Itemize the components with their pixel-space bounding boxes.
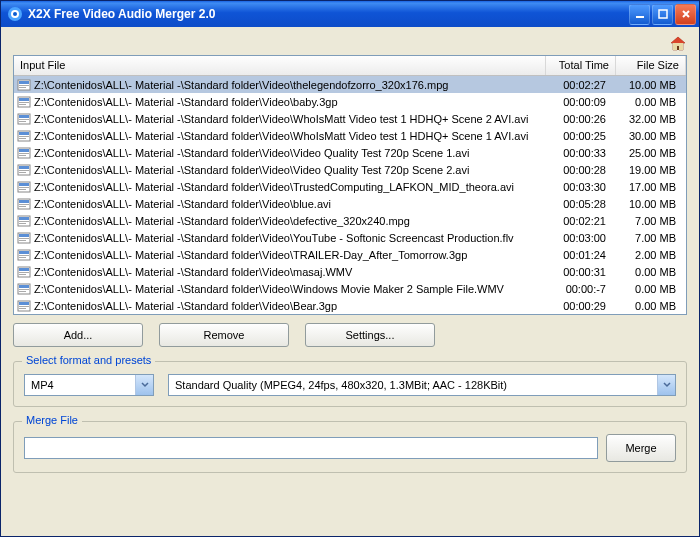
video-file-icon <box>17 146 31 160</box>
svg-rect-13 <box>19 102 29 103</box>
col-header-size[interactable]: File Size <box>616 56 686 75</box>
col-header-file[interactable]: Input File <box>14 56 546 75</box>
preset-select[interactable]: Standard Quality (MPEG4, 24fps, 480x320,… <box>168 374 676 396</box>
file-size: 17.00 MB <box>616 181 686 193</box>
svg-rect-24 <box>19 149 29 152</box>
remove-button[interactable]: Remove <box>159 323 289 347</box>
table-row[interactable]: Z:\Contenidos\ALL\- Material -\Standard … <box>14 110 686 127</box>
file-time: 00:03:00 <box>546 232 616 244</box>
svg-rect-22 <box>19 138 26 139</box>
merge-group: Merge File Merge <box>13 421 687 473</box>
output-path-field[interactable] <box>24 437 598 459</box>
file-size: 7.00 MB <box>616 232 686 244</box>
svg-rect-16 <box>19 115 29 118</box>
video-file-icon <box>17 95 31 109</box>
add-button[interactable]: Add... <box>13 323 143 347</box>
file-time: 00:03:30 <box>546 181 616 193</box>
video-file-icon <box>17 282 31 296</box>
file-time: 00:00:28 <box>546 164 616 176</box>
file-path: Z:\Contenidos\ALL\- Material -\Standard … <box>34 283 504 295</box>
svg-rect-10 <box>19 87 26 88</box>
file-time: 00:00:26 <box>546 113 616 125</box>
file-path: Z:\Contenidos\ALL\- Material -\Standard … <box>34 79 448 91</box>
close-button[interactable] <box>675 4 696 25</box>
svg-rect-54 <box>19 274 26 275</box>
table-row[interactable]: Z:\Contenidos\ALL\- Material -\Standard … <box>14 93 686 110</box>
table-row[interactable]: Z:\Contenidos\ALL\- Material -\Standard … <box>14 76 686 93</box>
video-file-icon <box>17 214 31 228</box>
svg-rect-61 <box>19 306 29 307</box>
file-size: 0.00 MB <box>616 300 686 312</box>
video-file-icon <box>17 129 31 143</box>
file-path: Z:\Contenidos\ALL\- Material -\Standard … <box>34 130 528 142</box>
table-row[interactable]: Z:\Contenidos\ALL\- Material -\Standard … <box>14 178 686 195</box>
svg-rect-38 <box>19 206 26 207</box>
svg-rect-12 <box>19 98 29 101</box>
file-path: Z:\Contenidos\ALL\- Material -\Standard … <box>34 164 469 176</box>
svg-rect-40 <box>19 217 29 220</box>
video-file-icon <box>17 180 31 194</box>
list-header: Input File Total Time File Size <box>14 56 686 76</box>
table-row[interactable]: Z:\Contenidos\ALL\- Material -\Standard … <box>14 161 686 178</box>
file-time: 00:00:33 <box>546 147 616 159</box>
svg-rect-14 <box>19 104 26 105</box>
table-row[interactable]: Z:\Contenidos\ALL\- Material -\Standard … <box>14 127 686 144</box>
svg-rect-37 <box>19 204 29 205</box>
svg-rect-44 <box>19 234 29 237</box>
file-size: 32.00 MB <box>616 113 686 125</box>
svg-rect-17 <box>19 119 29 120</box>
file-path: Z:\Contenidos\ALL\- Material -\Standard … <box>34 249 467 261</box>
file-size: 0.00 MB <box>616 266 686 278</box>
table-row[interactable]: Z:\Contenidos\ALL\- Material -\Standard … <box>14 297 686 314</box>
svg-rect-29 <box>19 170 29 171</box>
svg-rect-8 <box>19 81 29 84</box>
svg-rect-41 <box>19 221 29 222</box>
home-icon[interactable] <box>669 35 687 53</box>
svg-rect-6 <box>677 46 679 50</box>
video-file-icon <box>17 197 31 211</box>
svg-point-2 <box>13 12 17 16</box>
window-title: X2X Free Video Audio Merger 2.0 <box>28 7 629 21</box>
table-row[interactable]: Z:\Contenidos\ALL\- Material -\Standard … <box>14 280 686 297</box>
format-select[interactable]: MP4 <box>24 374 154 396</box>
file-path: Z:\Contenidos\ALL\- Material -\Standard … <box>34 300 337 312</box>
minimize-button[interactable] <box>629 4 650 25</box>
file-size: 10.00 MB <box>616 79 686 91</box>
chevron-down-icon <box>657 375 675 395</box>
file-time: 00:05:28 <box>546 198 616 210</box>
file-size: 7.00 MB <box>616 215 686 227</box>
svg-rect-33 <box>19 187 29 188</box>
col-header-time[interactable]: Total Time <box>546 56 616 75</box>
svg-rect-25 <box>19 153 29 154</box>
table-row[interactable]: Z:\Contenidos\ALL\- Material -\Standard … <box>14 195 686 212</box>
table-row[interactable]: Z:\Contenidos\ALL\- Material -\Standard … <box>14 229 686 246</box>
table-row[interactable]: Z:\Contenidos\ALL\- Material -\Standard … <box>14 144 686 161</box>
chevron-down-icon <box>135 375 153 395</box>
svg-rect-4 <box>659 10 667 18</box>
video-file-icon <box>17 163 31 177</box>
file-path: Z:\Contenidos\ALL\- Material -\Standard … <box>34 181 514 193</box>
file-size: 30.00 MB <box>616 130 686 142</box>
svg-rect-30 <box>19 172 26 173</box>
settings-button[interactable]: Settings... <box>305 323 435 347</box>
file-time: 00:00:-7 <box>546 283 616 295</box>
file-size: 25.00 MB <box>616 147 686 159</box>
file-path: Z:\Contenidos\ALL\- Material -\Standard … <box>34 198 331 210</box>
table-row[interactable]: Z:\Contenidos\ALL\- Material -\Standard … <box>14 263 686 280</box>
video-file-icon <box>17 112 31 126</box>
svg-rect-57 <box>19 289 29 290</box>
video-file-icon <box>17 265 31 279</box>
merge-button[interactable]: Merge <box>606 434 676 462</box>
file-path: Z:\Contenidos\ALL\- Material -\Standard … <box>34 147 469 159</box>
video-file-icon <box>17 78 31 92</box>
svg-rect-18 <box>19 121 26 122</box>
svg-rect-49 <box>19 255 29 256</box>
file-list[interactable]: Input File Total Time File Size Z:\Conte… <box>13 55 687 315</box>
file-size: 0.00 MB <box>616 283 686 295</box>
table-row[interactable]: Z:\Contenidos\ALL\- Material -\Standard … <box>14 212 686 229</box>
merge-legend: Merge File <box>22 414 82 426</box>
maximize-button[interactable] <box>652 4 673 25</box>
table-row[interactable]: Z:\Contenidos\ALL\- Material -\Standard … <box>14 246 686 263</box>
svg-rect-48 <box>19 251 29 254</box>
svg-rect-36 <box>19 200 29 203</box>
